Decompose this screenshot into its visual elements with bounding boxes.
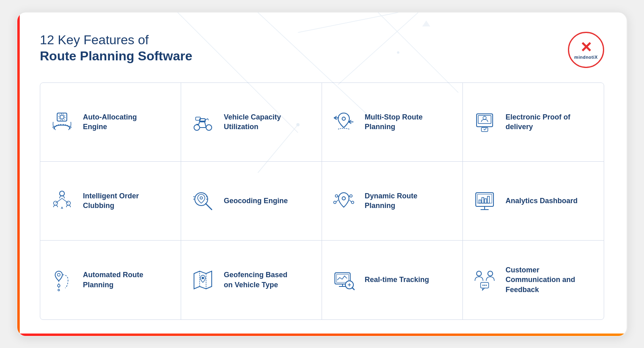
svg-point-27	[335, 195, 338, 197]
svg-rect-36	[487, 196, 489, 203]
header: 12 Key Features of Route Planning Softwa…	[40, 32, 604, 68]
feature-customer-comm: CustomerCommunication andFeedback	[463, 241, 604, 319]
auto-allocating-label: Auto-AllocatingEngine	[83, 112, 137, 132]
automated-route-icon	[49, 267, 75, 293]
svg-point-29	[334, 201, 336, 204]
svg-marker-8	[422, 20, 430, 26]
analytics-label: Analytics Dashboard	[506, 196, 578, 206]
feature-multi-stop: Multi-Stop RoutePlanning	[322, 83, 463, 162]
geocoding-icon	[190, 188, 216, 214]
logo-name: mindnotiX	[574, 55, 598, 60]
svg-point-47	[483, 284, 484, 286]
svg-point-38	[58, 284, 60, 287]
vehicle-capacity-label: Vehicle CapacityUtilization	[224, 112, 281, 132]
dynamic-route-icon	[331, 188, 357, 214]
svg-rect-33	[479, 200, 481, 203]
svg-point-26	[342, 197, 345, 200]
electronic-proof-label: Electronic Proof ofdelivery	[506, 112, 570, 132]
svg-point-16	[342, 117, 345, 120]
svg-point-37	[58, 273, 60, 276]
feature-auto-allocating: Auto-AllocatingEngine	[40, 83, 181, 162]
feature-geocoding: Geocoding Engine	[181, 162, 322, 241]
main-card: 12 Key Features of Route Planning Softwa…	[16, 11, 628, 337]
page-title: 12 Key Features of Route Planning Softwa…	[40, 32, 192, 64]
logo-symbol: ✕	[580, 40, 592, 55]
customer-comm-label: CustomerCommunication andFeedback	[506, 265, 575, 294]
geofencing-icon	[190, 267, 216, 293]
svg-point-19	[483, 116, 486, 119]
svg-point-30	[351, 201, 354, 204]
svg-point-10	[60, 115, 64, 119]
intelligent-order-icon	[49, 188, 75, 214]
feature-dynamic-route: Dynamic RoutePlanning	[322, 162, 463, 241]
svg-rect-17	[477, 114, 493, 127]
svg-point-13	[206, 125, 212, 130]
svg-line-2	[298, 12, 398, 33]
feature-realtime-tracking: Real-time Tracking	[322, 241, 463, 319]
svg-point-48	[484, 284, 485, 286]
svg-point-12	[194, 125, 200, 130]
svg-rect-34	[482, 198, 484, 203]
svg-point-25	[200, 197, 202, 199]
svg-point-39	[58, 289, 60, 291]
svg-rect-35	[485, 199, 487, 203]
feature-geofencing: Geofencing Basedon Vehicle Type	[181, 241, 322, 319]
feature-intelligent-order: Intelligent OrderClubbing	[40, 162, 181, 241]
dynamic-route-label: Dynamic RoutePlanning	[365, 191, 417, 211]
features-grid: Auto-AllocatingEngine Vehicle CapacityUt…	[40, 82, 604, 320]
feature-electronic-proof: Electronic Proof ofdelivery	[463, 83, 604, 162]
multi-stop-icon	[331, 109, 357, 135]
svg-point-28	[350, 195, 352, 197]
geocoding-label: Geocoding Engine	[224, 196, 288, 206]
svg-point-40	[202, 277, 204, 279]
feature-analytics: Analytics Dashboard	[463, 162, 604, 241]
analytics-icon	[472, 188, 497, 214]
logo: ✕ mindnotiX	[568, 32, 604, 68]
svg-point-45	[488, 271, 493, 276]
realtime-tracking-icon	[331, 267, 357, 293]
svg-point-44	[477, 271, 481, 276]
svg-point-49	[486, 284, 487, 286]
customer-comm-icon	[472, 267, 497, 293]
auto-allocating-icon	[49, 109, 75, 135]
feature-vehicle-capacity: Vehicle CapacityUtilization	[181, 83, 322, 162]
vehicle-capacity-icon	[190, 109, 216, 135]
geofencing-label: Geofencing Basedon Vehicle Type	[224, 270, 287, 290]
multi-stop-label: Multi-Stop RoutePlanning	[365, 112, 423, 132]
feature-automated-route: Automated RoutePlanning	[40, 241, 181, 319]
realtime-tracking-label: Real-time Tracking	[365, 275, 429, 284]
intelligent-order-label: Intelligent OrderClubbing	[83, 191, 139, 211]
electronic-proof-icon	[472, 109, 497, 135]
automated-route-label: Automated RoutePlanning	[83, 270, 143, 290]
svg-point-21	[60, 191, 64, 196]
